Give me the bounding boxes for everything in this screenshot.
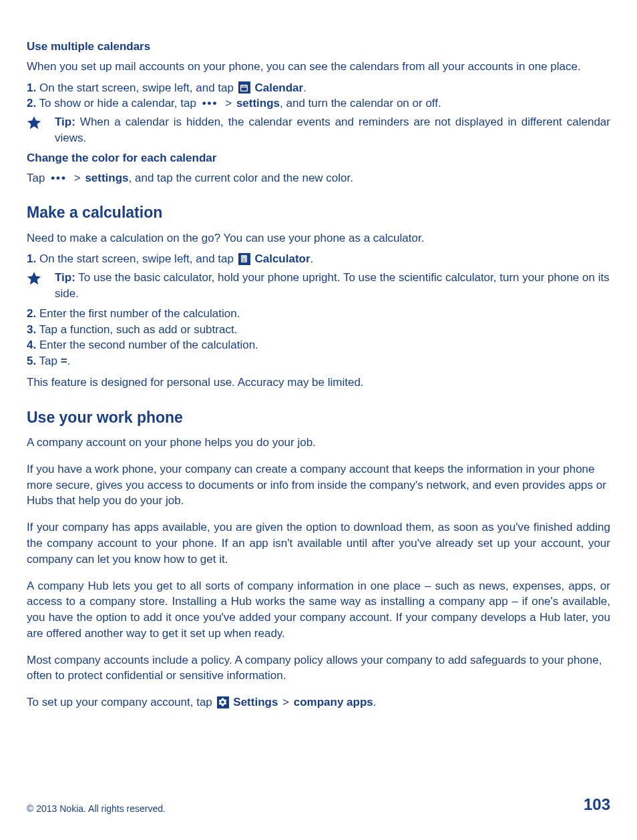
app-name: Calculator: [254, 252, 310, 265]
step-line: 1. On the start screen, swipe left, and …: [27, 80, 610, 96]
paragraph: A company account on your phone helps yo…: [27, 435, 610, 451]
copyright: © 2013 Nokia. All rights reserved.: [27, 803, 166, 816]
paragraph: If your company has apps available, you …: [27, 519, 610, 567]
calculator-icon: [238, 253, 250, 265]
paragraph: Tap ••• > settings, and tap the current …: [27, 170, 610, 186]
step-number: 3.: [27, 323, 36, 336]
paragraph: Most company accounts include a policy. …: [27, 652, 610, 684]
paragraph: If you have a work phone, your company c…: [27, 461, 610, 509]
more-icon: •••: [48, 170, 69, 186]
step-end: , and turn the calendar on or off.: [280, 97, 441, 110]
step-line: 4. Enter the second number of the calcul…: [27, 337, 610, 353]
svg-rect-0: [241, 85, 248, 91]
step-text: On the start screen, swipe left, and tap: [36, 252, 237, 265]
section-subtitle: Use multiple calendars: [27, 39, 610, 55]
step-end: .: [67, 355, 71, 367]
step-number: 2.: [27, 97, 36, 110]
calendar-icon: [238, 81, 250, 93]
settings-label: Settings: [233, 696, 278, 708]
text: Tap: [27, 172, 48, 184]
step-number: 2.: [27, 307, 36, 320]
settings-icon: [217, 696, 229, 708]
step-end: .: [310, 252, 314, 265]
chevron: >: [278, 696, 293, 708]
text: To set up your company account, tap: [27, 696, 216, 708]
step-text: Tap: [36, 355, 61, 367]
tip-row: Tip: When a calendar is hidden, the cale…: [27, 114, 610, 146]
step-text: Tap a function, such as add or subtract.: [36, 323, 237, 336]
step-text: Enter the second number of the calculati…: [36, 339, 258, 351]
app-name: Calendar: [254, 81, 303, 94]
paragraph: A company Hub lets you get to all sorts …: [27, 578, 610, 642]
more-icon: •••: [200, 95, 221, 112]
step-line: 2. Enter the first number of the calcula…: [27, 306, 610, 322]
tip-text: Tip: To use the basic calculator, hold y…: [55, 270, 610, 302]
star-icon: [27, 271, 41, 286]
equals-key: =: [61, 355, 67, 367]
svg-point-7: [243, 259, 244, 260]
step-number: 1.: [27, 81, 36, 94]
step-number: 4.: [27, 339, 36, 351]
paragraph: Need to make a calculation on the go? Yo…: [27, 230, 610, 246]
step-number: 1.: [27, 252, 36, 265]
step-end: .: [303, 81, 306, 94]
step-text: To show or hide a calendar, tap: [36, 97, 199, 110]
step-number: 5.: [27, 355, 36, 367]
paragraph: When you set up mail accounts on your ph…: [27, 59, 610, 75]
svg-point-9: [243, 260, 244, 261]
tip-body: To use the basic calculator, hold your p…: [55, 271, 610, 300]
svg-marker-11: [27, 272, 41, 284]
svg-point-8: [245, 259, 246, 260]
section-title: Make a calculation: [27, 202, 610, 223]
step-text: Enter the first number of the calculatio…: [36, 307, 240, 320]
tip-text: Tip: When a calendar is hidden, the cale…: [55, 114, 610, 146]
section-subtitle: Change the color for each calendar: [27, 150, 610, 166]
star-icon: [27, 116, 41, 130]
section-title: Use your work phone: [27, 407, 610, 428]
step-text: On the start screen, swipe left, and tap: [36, 81, 237, 94]
svg-point-10: [245, 260, 246, 261]
chevron: >: [69, 172, 85, 184]
settings-label: settings: [236, 97, 280, 110]
step-line: 3. Tap a function, such as add or subtra…: [27, 322, 610, 338]
text: .: [373, 696, 377, 708]
paragraph: This feature is designed for personal us…: [27, 375, 610, 391]
page-footer: © 2013 Nokia. All rights reserved. 103: [27, 793, 610, 816]
step-line: 2. To show or hide a calendar, tap ••• >…: [27, 95, 610, 112]
step-line: 1. On the start screen, swipe left, and …: [27, 251, 610, 267]
tip-label: Tip:: [55, 271, 75, 284]
page-number: 103: [584, 793, 610, 816]
chevron: >: [221, 97, 236, 110]
settings-label: settings: [85, 172, 128, 184]
step-line: 5. Tap =.: [27, 353, 610, 369]
tip-row: Tip: To use the basic calculator, hold y…: [27, 270, 610, 302]
svg-rect-6: [243, 257, 246, 258]
tip-body: When a calendar is hidden, the calendar …: [55, 116, 610, 144]
paragraph: To set up your company account, tap Sett…: [27, 694, 610, 710]
tip-label: Tip:: [55, 116, 75, 128]
company-apps-label: company apps: [294, 696, 373, 708]
text: , and tap the current color and the new …: [129, 172, 353, 184]
svg-marker-4: [27, 116, 41, 129]
